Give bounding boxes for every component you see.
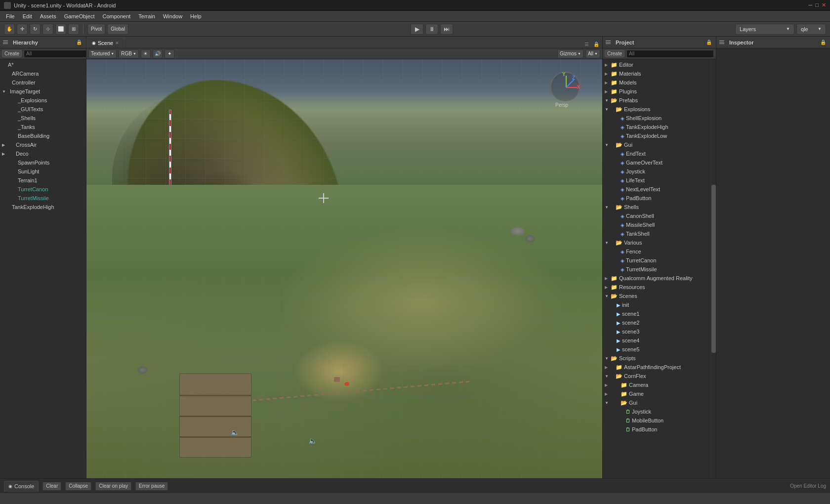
compass-widget[interactable]: Y X Z Persp	[548, 69, 582, 104]
menu-window[interactable]: Window	[159, 12, 186, 20]
hierarchy-create-btn[interactable]: Create	[2, 50, 22, 57]
minimize-btn[interactable]: ─	[809, 2, 813, 8]
scene-tab[interactable]: ◉ Scene ✕	[86, 37, 124, 48]
global-btn[interactable]: Global	[107, 24, 128, 35]
p-item-init[interactable]: ▶ init	[603, 300, 711, 309]
hierarchy-menu-icon[interactable]	[3, 40, 9, 45]
h-item-basebuilding[interactable]: BaseBuilding	[0, 131, 86, 140]
pause-btn[interactable]: ⏸	[425, 24, 438, 35]
p-item-scene1[interactable]: ▶ scene1	[603, 309, 711, 318]
p-item-joystick[interactable]: ◈ Joystick	[603, 167, 711, 176]
h-item-shells[interactable]: _Shells	[0, 114, 86, 123]
p-item-mobilebutton[interactable]: 🗒 MobileButton	[603, 416, 711, 425]
p-item-turretcanon[interactable]: ◈ TurretCanon	[603, 256, 711, 265]
p-item-padbutton[interactable]: ◈ PadButton	[603, 194, 711, 203]
color-mode-dropdown[interactable]: RGB ▼	[119, 49, 139, 58]
menu-terrain[interactable]: Terrain	[134, 12, 159, 20]
p-item-tankexplodehigh[interactable]: ◈ TankExplodeHigh	[603, 123, 711, 131]
p-item-joystick-script[interactable]: 🗒 Joystick	[603, 407, 711, 416]
scene-lock-btn[interactable]: 🔒	[592, 40, 600, 48]
open-editor-log-btn[interactable]: Open Editor Log	[790, 483, 826, 489]
menu-help[interactable]: Help	[186, 12, 206, 20]
project-menu-icon[interactable]	[606, 40, 612, 45]
menu-edit[interactable]: Edit	[19, 12, 36, 20]
scene-tab-close[interactable]: ✕	[115, 41, 119, 45]
p-item-shells[interactable]: ▼ 📂 Shells	[603, 203, 711, 211]
h-item-spawnpoints[interactable]: SpawnPoints	[0, 158, 86, 167]
p-item-various[interactable]: ▼ 📂 Various	[603, 238, 711, 247]
console-error-pause-btn[interactable]: Error pause	[135, 482, 168, 491]
hierarchy-lock-btn[interactable]: 🔒	[75, 39, 83, 46]
h-item-tanks[interactable]: _Tanks	[0, 123, 86, 131]
p-item-scene4[interactable]: ▶ scene4	[603, 336, 711, 345]
inspector-menu-icon[interactable]	[719, 40, 725, 45]
console-tab[interactable]: ◉ Console	[4, 481, 39, 492]
rect-tool-btn[interactable]: ⬜	[55, 24, 66, 35]
h-item-controller[interactable]: Controller	[0, 78, 86, 87]
h-item-crossair[interactable]: ▶ CrossAir	[0, 140, 86, 149]
h-item-guitexts[interactable]: _GUITexts	[0, 105, 86, 114]
console-collapse-btn[interactable]: Collapse	[65, 482, 91, 491]
p-item-turretmissile[interactable]: ◈ TurretMissile	[603, 265, 711, 274]
transform-tool-btn[interactable]: ⊞	[68, 24, 79, 35]
p-item-tankshell[interactable]: ◈ TankShell	[603, 229, 711, 238]
menu-assets[interactable]: Assets	[36, 12, 60, 20]
p-item-gui[interactable]: ▼ 📂 Gui	[603, 140, 711, 149]
hierarchy-search[interactable]	[24, 50, 86, 58]
h-item-explosions[interactable]: _Explosions	[0, 96, 86, 105]
p-item-gameovertext[interactable]: ◈ GameOverText	[603, 158, 711, 167]
project-search[interactable]	[626, 50, 714, 58]
p-item-shellexplosion[interactable]: ◈ ShellExplosion	[603, 114, 711, 123]
menu-component[interactable]: Component	[98, 12, 134, 20]
p-item-canonshell[interactable]: ◈ CanonShell	[603, 211, 711, 220]
scene-menu-btn[interactable]: ☰	[582, 40, 590, 48]
h-item-terrain1[interactable]: Terrain1	[0, 176, 86, 185]
p-item-scene3[interactable]: ▶ scene3	[603, 327, 711, 336]
h-item-sunlight[interactable]: SunLight	[0, 167, 86, 176]
p-item-resources[interactable]: ▶ 📁 Resources	[603, 283, 711, 292]
scene-viewport[interactable]: Y X Z Persp 🔈 🔈	[86, 59, 602, 478]
p-item-gui2[interactable]: ▼ 📂 Gui	[603, 398, 711, 407]
menu-file[interactable]: File	[2, 12, 19, 20]
p-item-models[interactable]: ▶ 📁 Models	[603, 78, 711, 87]
pivot-btn[interactable]: Pivot	[87, 24, 105, 35]
p-item-tankexplodelow[interactable]: ◈ TankExplodeLow	[603, 131, 711, 140]
h-item-turretmissile[interactable]: TurretMissile	[0, 194, 86, 203]
p-item-scene5[interactable]: ▶ scene5	[603, 345, 711, 354]
h-item-deco[interactable]: ▶ Deco	[0, 149, 86, 158]
p-item-padbutton-script[interactable]: 🗒 PadButton	[603, 425, 711, 434]
rotate-tool-btn[interactable]: ↻	[30, 24, 41, 35]
p-item-astar[interactable]: ▶ 📁 AstarPathfindingProject	[603, 363, 711, 372]
p-item-scenes[interactable]: ▼ 📂 Scenes	[603, 292, 711, 300]
p-item-missileshell[interactable]: ◈ MissileShell	[603, 220, 711, 229]
p-item-game[interactable]: ▶ 📁 Game	[603, 389, 711, 398]
maximize-btn[interactable]: □	[815, 2, 819, 8]
console-clear-on-play-btn[interactable]: Clear on play	[95, 482, 131, 491]
gizmos-dropdown[interactable]: Gizmos ▼	[557, 49, 583, 58]
console-clear-btn[interactable]: Clear	[42, 482, 61, 491]
p-item-camera[interactable]: ▶ 📁 Camera	[603, 380, 711, 389]
p-item-materials[interactable]: ▶ 📁 Materials	[603, 69, 711, 78]
p-item-nextleveltext[interactable]: ◈ NextLevelText	[603, 185, 711, 194]
p-item-prefabs[interactable]: ▼ 📂 Prefabs	[603, 96, 711, 105]
project-lock-btn[interactable]: 🔒	[705, 39, 713, 46]
h-item-arcamera[interactable]: ARCamera	[0, 69, 86, 78]
p-item-lifetext[interactable]: ◈ LifeText	[603, 176, 711, 185]
p-item-qualcomm[interactable]: ▶ 📁 Qualcomm Augmented Reality	[603, 274, 711, 283]
p-item-scripts[interactable]: ▼ 📂 Scripts	[603, 354, 711, 363]
p-item-endtext[interactable]: ◈ EndText	[603, 149, 711, 158]
p-item-editor[interactable]: ▶ 📁 Editor	[603, 60, 711, 69]
h-item-turretcanon[interactable]: TurretCanon	[0, 185, 86, 194]
move-tool-btn[interactable]: ✛	[17, 24, 28, 35]
p-item-scene2[interactable]: ▶ scene2	[603, 318, 711, 327]
inspector-lock-btn[interactable]: 🔒	[819, 39, 827, 46]
h-item-tankexplodehigh[interactable]: TankExplodeHigh	[0, 203, 86, 211]
play-btn[interactable]: ▶	[411, 24, 423, 35]
layers-dropdown[interactable]: Layers ▼	[735, 24, 794, 35]
project-create-btn[interactable]: Create	[605, 50, 624, 57]
p-item-fence[interactable]: ◈ Fence	[603, 247, 711, 256]
p-item-plugins[interactable]: ▶ 📁 Plugins	[603, 87, 711, 96]
project-scrollbar[interactable]	[711, 59, 716, 478]
all-dropdown[interactable]: All ▼	[585, 49, 600, 58]
step-btn[interactable]: ⏭	[440, 24, 453, 35]
